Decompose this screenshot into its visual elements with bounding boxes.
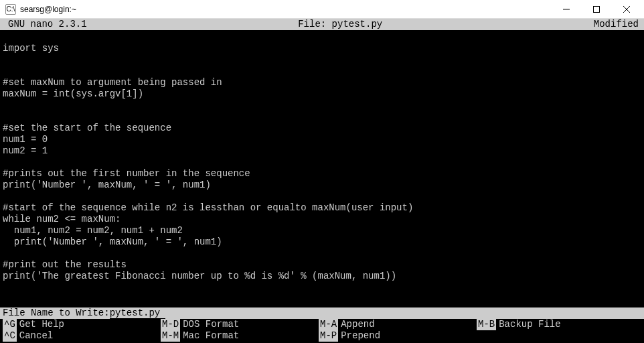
code-line: print('Number ', maxNum, ' = ', num1) [3,180,641,191]
shortcut-backup-file[interactable]: M-BBackup File [477,319,635,330]
shortcut-append[interactable]: M-AAppend [319,319,477,330]
code-line [3,282,641,293]
nano-modified-status: Modified [594,19,641,30]
shortcut-label: Get Help [19,319,64,330]
code-line: while num2 <= maxNum: [3,214,641,225]
write-prompt-input[interactable]: pytest.py [110,307,161,319]
code-line [3,248,641,259]
code-line [3,111,641,123]
code-line [3,100,641,111]
nano-version: GNU nano 2.3.1 [3,19,87,30]
shortcut-key: M-M [161,330,180,342]
terminal-icon: C:\ [5,4,16,15]
window-titlebar: C:\ searsg@login:~ [0,0,644,19]
svg-rect-1 [593,6,599,12]
window-title: searsg@login:~ [20,5,551,14]
code-line: #set maxNum to argument being passed in [3,77,641,88]
code-line: #set the start of the sequence [3,123,641,134]
shortcut-label: Backup File [499,319,560,330]
code-line: #print out the results [3,259,641,271]
write-prompt-bar: File Name to Write: pytest.py [0,307,644,319]
code-line [3,66,641,77]
shortcut-key: M-D [161,319,180,330]
minimize-icon [563,6,570,13]
code-line [3,54,641,66]
shortcut-key: ^C [3,330,17,342]
shortcut-label: Prepend [341,330,380,342]
code-line: maxNum = int(sys.argv[1]) [3,88,641,100]
editor-area[interactable]: import sys#set maxNum to argument being … [0,30,644,307]
code-line [3,157,641,168]
shortcut-key: M-A [319,319,338,330]
shortcut-label: Cancel [19,330,53,342]
shortcut-get-help[interactable]: ^GGet Help [3,319,161,330]
code-line: #start of the sequence while n2 is lesst… [3,202,641,214]
code-line: #prints out the first number in the sequ… [3,168,641,180]
nano-file-label: File: pytest.py [87,19,594,30]
maximize-icon [593,6,600,13]
maximize-button[interactable] [581,0,611,18]
shortcut-prepend[interactable]: M-PPrepend [319,330,477,342]
shortcut-mac-format[interactable]: M-MMac Format [161,330,319,342]
minimize-button[interactable] [551,0,581,18]
code-line: import sys [3,43,641,54]
shortcut-dos-format[interactable]: M-DDOS Format [161,319,319,330]
window-controls [551,0,641,18]
shortcut-label: Mac Format [183,330,239,342]
code-line: print('Number ', maxNum, ' = ', num1) [3,236,641,248]
shortcut-key: M-B [477,319,496,330]
shortcut-key: M-P [319,330,338,342]
close-button[interactable] [611,0,641,18]
shortcut-cancel[interactable]: ^CCancel [3,330,161,342]
code-line [3,293,641,305]
shortcut-label: DOS Format [183,319,239,330]
shortcut-label: Append [341,319,374,330]
code-line: num2 = 1 [3,145,641,157]
shortcut-bar: ^GGet HelpM-DDOS FormatM-AAppendM-BBacku… [0,319,644,343]
code-line: num1 = 0 [3,134,641,145]
code-line [3,31,641,43]
nano-header-bar: GNU nano 2.3.1 File: pytest.py Modified [0,19,644,30]
code-line: print('The greatest Fibonacci number up … [3,271,641,282]
close-icon [623,6,630,13]
write-prompt-label: File Name to Write: [3,307,110,319]
shortcut-key: ^G [3,319,17,330]
code-line [3,191,641,202]
code-line: num1, num2 = num2, num1 + num2 [3,225,641,236]
